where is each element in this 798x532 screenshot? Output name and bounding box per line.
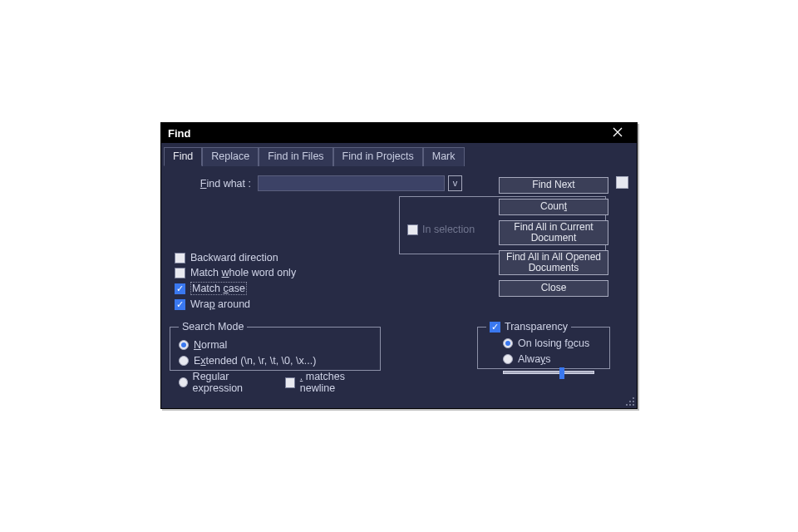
option-checks: Backward direction Match whole word only… [175,252,296,310]
search-mode-legend: Search Mode [179,321,247,332]
transparency-legend-text: Transparency [505,321,568,332]
find-label: Find what : [171,178,254,190]
regex-radio[interactable] [179,377,188,387]
find-input[interactable] [258,175,445,191]
whole-word-checkbox[interactable] [175,268,185,278]
search-mode-group: Search Mode Normal Extended (\n, \r, \t,… [170,321,381,371]
normal-radio[interactable] [179,340,189,350]
dot-newline-label: . matches newline [300,371,372,394]
always-radio[interactable] [503,354,513,364]
count-button[interactable]: Count [499,199,608,215]
transparency-group: Transparency On losing focus Always [477,321,610,369]
svg-point-2 [629,401,631,402]
whole-word-label[interactable]: Match whole word only [190,267,296,278]
tabbar: Find Replace Find in Files Find in Proje… [161,143,637,165]
svg-point-4 [629,404,631,406]
title-text: Find [168,127,605,140]
always-label[interactable]: Always [518,353,551,365]
svg-point-5 [626,404,628,406]
svg-point-3 [633,404,634,406]
button-column: Find Next Count Find All in Current Docu… [499,177,608,297]
in-selection-checkbox[interactable] [407,224,418,235]
titlebar[interactable]: Find [161,123,637,143]
transparency-checkbox[interactable] [490,322,500,332]
on-losing-focus-label[interactable]: On losing focus [518,337,589,349]
extended-label[interactable]: Extended (\n, \r, \t, \0, \x...) [194,355,316,367]
content: Find what : v In selection Find Next Cou… [161,165,637,408]
backward-label[interactable]: Backward direction [190,252,278,264]
svg-point-1 [633,401,634,402]
extended-radio[interactable] [179,356,189,366]
close-button[interactable]: Close [499,280,608,297]
normal-label[interactable]: Normal [194,339,227,351]
backward-checkbox[interactable] [175,253,185,264]
resize-grip-icon[interactable] [625,397,635,406]
find-dialog: Find Find Replace Find in Files Find in … [160,122,638,409]
tab-find-in-projects[interactable]: Find in Projects [333,147,423,166]
find-all-opened-button[interactable]: Find All in All Opened Documents [499,250,608,275]
swap-button[interactable] [616,176,628,189]
close-icon[interactable] [605,126,630,140]
find-all-current-button[interactable]: Find All in Current Document [499,220,608,245]
match-case-checkbox[interactable] [175,283,185,294]
transparency-legend: Transparency [486,321,571,332]
find-next-button[interactable]: Find Next [499,177,608,194]
on-losing-focus-radio[interactable] [503,338,513,348]
tab-find[interactable]: Find [164,147,202,166]
find-history-dropdown[interactable]: v [448,175,462,191]
wrap-around-label[interactable]: Wrap around [190,298,250,310]
match-case-label[interactable]: Match case [190,282,247,295]
in-selection-label: In selection [422,224,475,235]
dot-newline-checkbox[interactable] [285,377,294,388]
transparency-slider[interactable] [503,371,594,374]
tab-replace[interactable]: Replace [202,147,259,166]
regex-label[interactable]: Regular expression [193,371,270,394]
svg-point-0 [633,397,634,399]
tab-find-in-files[interactable]: Find in Files [259,147,332,166]
wrap-around-checkbox[interactable] [175,299,185,310]
tab-mark[interactable]: Mark [423,147,465,166]
